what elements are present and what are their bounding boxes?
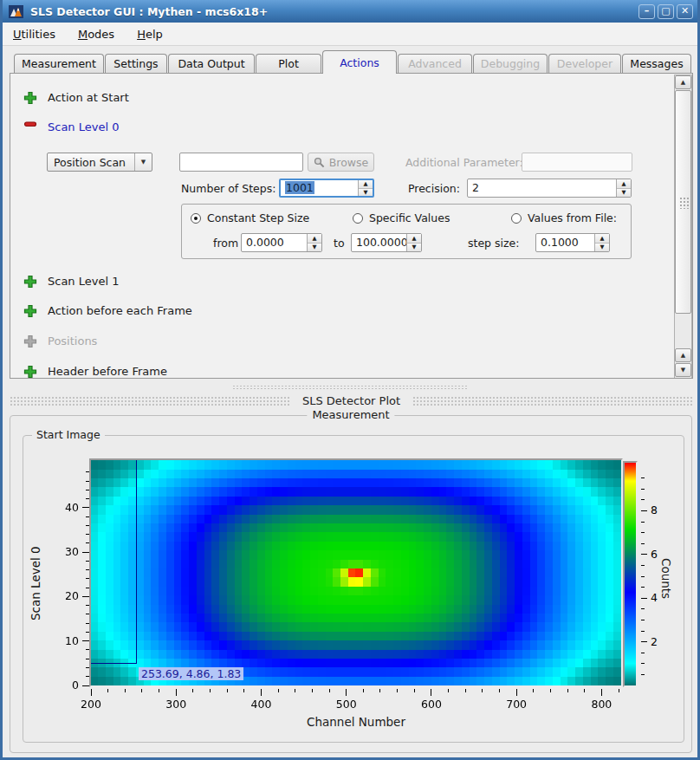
y-minor-tick [86, 659, 89, 659]
spin-up-icon[interactable]: ▲ [359, 180, 373, 189]
expand-plus-icon[interactable] [23, 275, 37, 289]
to-spinbox[interactable]: 100.0000 ▲▼ [351, 233, 422, 252]
y-minor-tick [86, 471, 89, 472]
colorbar-minor-tick [641, 608, 645, 609]
arrow-up-icon: ▲ [681, 352, 685, 359]
y-major-tick [82, 507, 89, 508]
x-minor-tick [363, 689, 364, 692]
x-minor-tick [192, 689, 193, 692]
splitter-handle[interactable] [232, 385, 468, 390]
y-minor-tick [86, 605, 89, 606]
tab-data-output[interactable]: Data Output [168, 54, 255, 73]
radio-values-from-file[interactable]: Values from File: [511, 211, 617, 224]
colorbar-minor-tick [641, 477, 645, 478]
dock-hatch [10, 396, 290, 406]
spin-up-icon[interactable]: ▲ [595, 234, 609, 244]
spin-down-icon[interactable]: ▼ [407, 244, 421, 252]
colorbar-minor-tick [641, 532, 645, 533]
radio-constant-step-size[interactable]: Constant Step Size [191, 211, 309, 224]
menu-utilities[interactable]: Utilities [13, 28, 55, 41]
scan-mode-select[interactable]: Position Scan ▼ [47, 153, 152, 172]
colorbar-major-tick [641, 598, 647, 599]
x-minor-tick [278, 689, 279, 692]
actions-pane: Action at Start Scan Level 0 Position Sc… [10, 73, 693, 379]
x-minor-tick [243, 689, 244, 692]
y-major-tick [82, 640, 89, 641]
scan-level-0-label[interactable]: Scan Level 0 [48, 120, 119, 133]
title-bar[interactable]: SLS Detector GUI : Mythen - mcs6x18+ – ▢… [0, 0, 700, 23]
close-button[interactable]: ✕ [677, 4, 693, 19]
from-spinbox[interactable]: 0.0000 ▲▼ [241, 233, 322, 252]
from-label: from [213, 237, 238, 250]
spin-down-icon[interactable]: ▼ [595, 244, 609, 252]
spin-up-icon[interactable]: ▲ [617, 179, 631, 189]
radio-specific-label: Specific Values [369, 211, 450, 224]
vertical-scrollbar[interactable]: ▲ ▲ ▼ [674, 75, 692, 379]
step-size-spinbox[interactable]: 0.1000 ▲▼ [535, 233, 610, 252]
precision-spinbox[interactable]: 2 ▲▼ [467, 179, 632, 198]
spin-down-icon[interactable]: ▼ [308, 244, 321, 252]
to-value[interactable]: 100.0000 [352, 234, 406, 251]
radio-specific-values[interactable]: Specific Values [353, 211, 450, 224]
plot-area[interactable]: 253.69, 4.86, 1.83 [89, 458, 623, 687]
plot-zone: Scan Level 0 253.69, 4.86, 1.83 Channel … [23, 436, 684, 742]
colorbar-minor-tick [641, 565, 645, 566]
x-minor-tick [550, 689, 551, 692]
x-minor-tick [448, 689, 449, 692]
spin-down-icon[interactable]: ▼ [617, 189, 631, 198]
x-tick-label: 700 [499, 698, 534, 711]
tab-settings[interactable]: Settings [105, 54, 167, 73]
precision-label: Precision: [408, 182, 460, 195]
scan-level-1-label[interactable]: Scan Level 1 [48, 275, 119, 288]
precision-value[interactable]: 2 [468, 179, 616, 197]
plot-dock-titlebar[interactable]: SLS Detector Plot [10, 392, 693, 409]
scroll-up-button-2[interactable]: ▲ [675, 348, 691, 362]
scan-mode-value: Position Scan [48, 156, 134, 169]
start-image-groupbox: Start Image Scan Level 0 253.69, 4.86, 1… [23, 435, 684, 743]
number-of-steps-value[interactable]: 1001 [285, 181, 314, 194]
scan-script-input[interactable] [179, 153, 303, 172]
x-minor-tick [465, 689, 466, 692]
zoom-selection-rect [91, 460, 137, 664]
expand-plus-icon[interactable] [23, 91, 37, 105]
x-minor-tick [584, 689, 585, 692]
spin-up-icon[interactable]: ▲ [407, 234, 421, 244]
spin-up-icon[interactable]: ▲ [308, 234, 321, 244]
x-minor-tick [379, 689, 380, 692]
action-before-frame-label[interactable]: Action before each Frame [48, 304, 192, 317]
radio-constant-label: Constant Step Size [207, 211, 309, 224]
scrollbar-thumb[interactable] [675, 90, 691, 314]
chevron-down-icon[interactable]: ▼ [134, 153, 152, 171]
step-size-value[interactable]: 0.1000 [536, 234, 594, 251]
radio-dot-icon[interactable] [191, 213, 201, 224]
expand-plus-icon[interactable] [23, 304, 37, 318]
header-before-frame-label[interactable]: Header before Frame [48, 365, 167, 378]
scroll-up-button[interactable]: ▲ [675, 75, 691, 89]
tab-actions[interactable]: Actions [322, 50, 397, 74]
collapse-minus-icon[interactable] [23, 117, 37, 131]
additional-parameter-input [522, 153, 632, 172]
radio-dot-icon[interactable] [511, 213, 522, 224]
x-minor-tick [295, 689, 295, 692]
measurement-groupbox: Measurement Start Image Scan Level 0 253… [10, 415, 692, 753]
number-of-steps-spinbox[interactable]: 1001 ▲▼ [279, 179, 374, 198]
tab-messages[interactable]: Messages [622, 54, 691, 73]
x-minor-tick [141, 689, 142, 692]
menu-modes[interactable]: Modes [78, 28, 114, 41]
tab-measurement[interactable]: Measurement [14, 54, 104, 73]
maximize-button[interactable]: ▢ [658, 4, 674, 19]
from-value[interactable]: 0.0000 [242, 234, 307, 251]
minimize-button[interactable]: – [638, 4, 655, 19]
tab-plot[interactable]: Plot [256, 54, 321, 73]
heatmap-canvas[interactable] [91, 460, 621, 685]
action-at-start-label[interactable]: Action at Start [48, 91, 129, 104]
x-major-tick [516, 689, 517, 696]
expand-plus-icon[interactable] [23, 365, 37, 379]
x-minor-tick [210, 689, 211, 692]
radio-dot-icon[interactable] [353, 213, 363, 224]
scroll-down-button[interactable]: ▼ [675, 363, 691, 377]
spin-down-icon[interactable]: ▼ [359, 189, 373, 197]
menu-help[interactable]: Help [137, 28, 163, 41]
colorbar-minor-tick [641, 587, 645, 588]
colorbar-minor-tick [641, 653, 645, 653]
